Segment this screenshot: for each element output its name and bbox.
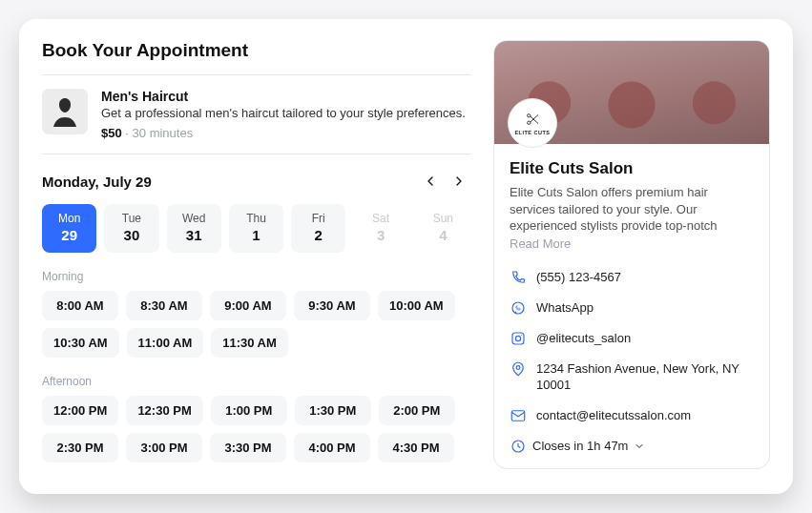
day-of-week: Tue bbox=[104, 212, 158, 225]
svg-point-7 bbox=[516, 365, 520, 369]
day-cell[interactable]: Wed31 bbox=[167, 204, 221, 253]
next-week-button[interactable] bbox=[448, 170, 470, 193]
salon-cover-image: ELITE CUTS bbox=[494, 41, 769, 144]
page-title: Book Your Appointment bbox=[42, 40, 470, 61]
day-of-week: Fri bbox=[291, 212, 345, 225]
clock-icon bbox=[510, 438, 527, 455]
instagram-text: @elitecuts_salon bbox=[536, 330, 631, 347]
service-summary: Men's Haircut Get a professional men's h… bbox=[42, 74, 470, 154]
svg-rect-4 bbox=[512, 333, 524, 344]
contacts-list: (555) 123-4567 WhatsApp @elitecuts_salon bbox=[510, 269, 754, 455]
service-title: Men's Haircut bbox=[101, 89, 466, 104]
svg-rect-8 bbox=[511, 410, 525, 421]
day-number: 4 bbox=[416, 227, 470, 243]
time-slot-button[interactable]: 10:30 AM bbox=[42, 328, 119, 358]
salon-name: Elite Cuts Salon bbox=[510, 159, 754, 178]
svg-point-6 bbox=[521, 334, 522, 335]
whatsapp-row[interactable]: WhatsApp bbox=[510, 299, 754, 317]
salon-logo-badge: ELITE CUTS bbox=[508, 98, 557, 148]
svg-point-1 bbox=[528, 114, 531, 117]
main-column: Book Your Appointment Men's Haircut Get … bbox=[42, 40, 470, 469]
email-icon bbox=[510, 407, 527, 424]
meta-separator: · bbox=[125, 126, 132, 140]
time-slot-button[interactable]: 2:30 PM bbox=[42, 433, 118, 462]
phone-text: (555) 123-4567 bbox=[536, 269, 621, 286]
current-date-label: Monday, July 29 bbox=[42, 174, 152, 190]
day-of-week: Thu bbox=[229, 212, 283, 225]
day-of-week: Mon bbox=[42, 212, 96, 225]
day-cell[interactable]: Thu1 bbox=[229, 204, 283, 253]
time-slot-button[interactable]: 1:00 PM bbox=[211, 396, 287, 425]
salon-logo-text: ELITE CUTS bbox=[514, 130, 550, 135]
chevron-right-icon bbox=[451, 174, 467, 189]
day-cell: Sat3 bbox=[353, 204, 407, 253]
time-slot-button[interactable]: 1:30 PM bbox=[295, 396, 371, 425]
time-slot-button[interactable]: 11:30 AM bbox=[211, 328, 288, 358]
address-text: 1234 Fashion Avenue, New York, NY 10001 bbox=[536, 360, 754, 394]
slot-group-label: Morning bbox=[42, 270, 470, 283]
day-number: 1 bbox=[229, 227, 283, 243]
salon-sidebar: ELITE CUTS Elite Cuts Salon Elite Cuts S… bbox=[493, 40, 770, 469]
day-of-week: Wed bbox=[167, 212, 221, 225]
service-duration: 30 minutes bbox=[133, 126, 194, 140]
salon-description: Elite Cuts Salon offers premium hair ser… bbox=[510, 184, 754, 235]
day-number: 31 bbox=[167, 227, 221, 243]
service-text: Men's Haircut Get a professional men's h… bbox=[101, 89, 466, 140]
whatsapp-icon bbox=[510, 299, 527, 317]
time-slot-button[interactable]: 8:00 AM bbox=[42, 291, 118, 320]
phone-icon bbox=[510, 269, 527, 286]
time-slot-button[interactable]: 12:30 PM bbox=[126, 396, 202, 425]
time-slot-button[interactable]: 2:00 PM bbox=[379, 396, 455, 425]
time-slot-button[interactable]: 12:00 PM bbox=[42, 396, 118, 425]
service-meta: $50 · 30 minutes bbox=[101, 126, 466, 140]
read-more-link[interactable]: Read More bbox=[510, 236, 571, 251]
address-row[interactable]: 1234 Fashion Avenue, New York, NY 10001 bbox=[510, 360, 754, 394]
service-price: $50 bbox=[101, 126, 122, 140]
email-row[interactable]: contact@elitecutssalon.com bbox=[510, 407, 754, 424]
hours-text: Closes in 1h 47m bbox=[532, 438, 628, 455]
day-of-week: Sat bbox=[353, 212, 407, 225]
phone-row[interactable]: (555) 123-4567 bbox=[510, 269, 754, 286]
slot-group-label: Afternoon bbox=[42, 375, 470, 388]
day-cell[interactable]: Tue30 bbox=[104, 204, 158, 253]
chevron-down-icon bbox=[634, 441, 645, 452]
svg-point-2 bbox=[528, 121, 531, 124]
svg-point-3 bbox=[512, 302, 524, 314]
scissors-icon bbox=[524, 111, 541, 128]
instagram-row[interactable]: @elitecuts_salon bbox=[510, 330, 754, 347]
day-number: 29 bbox=[42, 227, 96, 243]
chevron-left-icon bbox=[423, 174, 438, 189]
slots-wrap: 12:00 PM12:30 PM1:00 PM1:30 PM2:00 PM2:3… bbox=[42, 396, 470, 462]
week-nav bbox=[419, 170, 470, 193]
time-slot-button[interactable]: 8:30 AM bbox=[126, 291, 202, 320]
time-slot-button[interactable]: 3:00 PM bbox=[126, 433, 202, 462]
day-of-week: Sun bbox=[416, 212, 470, 225]
slots-wrap: 8:00 AM8:30 AM9:00 AM9:30 AM10:00 AM10:3… bbox=[42, 291, 470, 358]
time-slot-button[interactable]: 9:00 AM bbox=[210, 291, 286, 320]
day-number: 30 bbox=[104, 227, 158, 243]
day-number: 2 bbox=[291, 227, 345, 243]
day-cell[interactable]: Fri2 bbox=[291, 204, 345, 253]
time-slot-button[interactable]: 3:30 PM bbox=[210, 433, 286, 462]
date-header: Monday, July 29 bbox=[42, 170, 470, 193]
time-slot-button[interactable]: 9:30 AM bbox=[294, 291, 370, 320]
day-number: 3 bbox=[353, 227, 407, 243]
day-cell: Sun4 bbox=[416, 204, 470, 253]
instagram-icon bbox=[510, 330, 527, 347]
hours-row[interactable]: Closes in 1h 47m bbox=[510, 438, 754, 455]
slot-groups: Morning8:00 AM8:30 AM9:00 AM9:30 AM10:00… bbox=[42, 270, 470, 462]
prev-week-button[interactable] bbox=[419, 170, 442, 193]
time-slot-button[interactable]: 10:00 AM bbox=[378, 291, 455, 320]
service-description: Get a professional men's haircut tailore… bbox=[101, 106, 466, 120]
days-row: Mon29Tue30Wed31Thu1Fri2Sat3Sun4 bbox=[42, 204, 470, 253]
location-icon bbox=[510, 360, 527, 378]
day-cell[interactable]: Mon29 bbox=[42, 204, 96, 253]
svg-point-5 bbox=[515, 336, 520, 340]
whatsapp-text: WhatsApp bbox=[536, 299, 593, 317]
booking-card: Book Your Appointment Men's Haircut Get … bbox=[19, 19, 793, 494]
email-text: contact@elitecutssalon.com bbox=[536, 407, 691, 424]
salon-body: Elite Cuts Salon Elite Cuts Salon offers… bbox=[494, 144, 769, 468]
time-slot-button[interactable]: 4:00 PM bbox=[294, 433, 370, 462]
time-slot-button[interactable]: 11:00 AM bbox=[127, 328, 204, 358]
time-slot-button[interactable]: 4:30 PM bbox=[378, 433, 454, 462]
